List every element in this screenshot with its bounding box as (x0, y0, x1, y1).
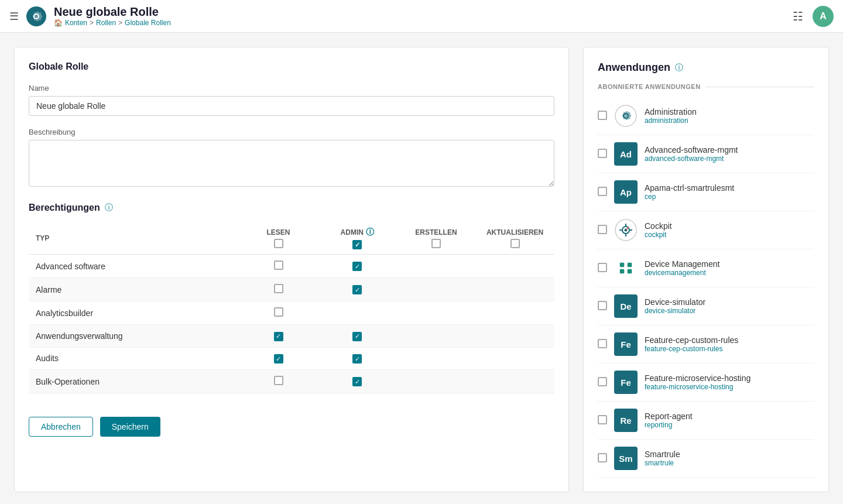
app-info-apama-ctrl-smartrulesmt: Apama-ctrl-smartrulesmtcep (645, 183, 814, 201)
permission-erstellen-cell (397, 301, 476, 325)
breadcrumb-konten[interactable]: Konten (65, 19, 87, 27)
anwendungen-help-icon[interactable]: ⓘ (675, 63, 683, 73)
app-slug-feature-cep-custom-rules: feature-cep-custom-rules (645, 345, 814, 353)
app-info-feature-cep-custom-rules: Feature-cep-custom-rulesfeature-cep-cust… (645, 335, 814, 353)
permission-lesen-checkbox[interactable] (274, 307, 283, 317)
app-checkbox-device-simulator[interactable] (598, 301, 607, 310)
name-label: Name (29, 84, 554, 92)
app-icon-advanced-software-mgmt: Ad (614, 142, 638, 166)
app-checkbox-device-management[interactable] (598, 263, 607, 272)
permission-lesen-cell (239, 278, 318, 301)
app-name-administration: Administration (645, 107, 814, 116)
svg-rect-9 (620, 263, 624, 267)
permission-lesen-checkbox[interactable] (274, 260, 283, 270)
permission-lesen-checkbox[interactable] (274, 284, 283, 293)
svg-rect-12 (628, 269, 632, 273)
description-textarea[interactable] (29, 140, 554, 187)
svg-rect-10 (628, 263, 632, 267)
app-checkbox-smartrule[interactable] (598, 453, 607, 462)
app-checkbox-advanced-software-mgmt[interactable] (598, 149, 607, 158)
permission-admin-checkbox[interactable] (352, 332, 362, 341)
app-icon-administration (614, 104, 638, 128)
app-icon-feature-microservice-hosting: Fe (614, 371, 638, 394)
save-button[interactable]: Speichern (100, 417, 160, 437)
list-item: Device Managementdevicemanagement (598, 249, 814, 287)
table-row: Analyticsbuilder (29, 301, 554, 325)
app-icon-smartrule: Sm (614, 447, 638, 470)
breadcrumb-globale-rollen[interactable]: Globale Rollen (125, 19, 171, 27)
app-name-device-management: Device Management (645, 259, 814, 269)
app-info-report-agent: Report-agentreporting (645, 412, 814, 429)
permission-admin-cell (318, 255, 397, 278)
col-header-erstellen: ERSTELLEN (397, 222, 476, 255)
app-checkbox-cockpit[interactable] (598, 225, 607, 234)
avatar[interactable]: A (813, 6, 834, 27)
permission-erstellen-cell (397, 278, 476, 301)
col-header-type: TYP (29, 222, 239, 255)
app-checkbox-apama-ctrl-smartrulesmt[interactable] (598, 187, 607, 196)
name-input[interactable] (29, 96, 554, 116)
description-label: Beschreibung (29, 128, 554, 136)
app-icon-device-simulator: De (614, 294, 638, 318)
table-row: Alarme (29, 278, 554, 301)
menu-icon[interactable]: ☰ (9, 10, 19, 23)
permission-name: Anwendungsverwaltung (29, 325, 239, 348)
app-checkbox-administration[interactable] (598, 111, 607, 120)
app-slug-device-simulator: device-simulator (645, 307, 814, 315)
header-left: ☰ Neue globale Rolle 🏠 Konten > Rollen >… (9, 5, 171, 27)
permissions-help-icon[interactable]: ⓘ (105, 203, 113, 213)
app-name-apama-ctrl-smartrulesmt: Apama-ctrl-smartrulesmt (645, 183, 814, 193)
breadcrumb: 🏠 Konten > Rollen > Globale Rollen (54, 19, 171, 27)
permissions-header: Berechtigungen ⓘ (29, 203, 554, 213)
table-row: Advanced software (29, 255, 554, 278)
svg-rect-11 (620, 269, 624, 273)
permissions-table: TYP LESEN ADMIN ⓘ (29, 222, 554, 393)
cancel-button[interactable]: Abbrechen (29, 417, 93, 437)
lesen-header-checkbox[interactable] (274, 239, 283, 248)
left-panel: Globale Rolle Name Beschreibung Berechti… (14, 47, 569, 492)
col-header-lesen: LESEN (239, 222, 318, 255)
subscribed-label: ABONNIERTE ANWENDUNGEN (598, 83, 814, 90)
erstellen-header-checkbox[interactable] (431, 239, 441, 248)
permission-admin-cell (318, 325, 397, 348)
permissions-section: Berechtigungen ⓘ TYP LESEN (29, 203, 554, 393)
app-checkbox-report-agent[interactable] (598, 415, 607, 424)
header-right: ☷ A (793, 6, 834, 27)
permission-admin-checkbox[interactable] (352, 262, 362, 271)
permission-admin-cell (318, 278, 397, 301)
name-form-group: Name (29, 84, 554, 116)
table-header-row: TYP LESEN ADMIN ⓘ (29, 222, 554, 255)
app-name-feature-microservice-hosting: Feature-microservice-hosting (645, 373, 814, 383)
permission-lesen-checkbox[interactable] (274, 354, 283, 364)
app-checkbox-feature-cep-custom-rules[interactable] (598, 339, 607, 348)
app-checkbox-feature-microservice-hosting[interactable] (598, 377, 607, 386)
permission-admin-checkbox[interactable] (352, 285, 362, 294)
app-name-device-simulator: Device-simulator (645, 297, 814, 307)
header: ☰ Neue globale Rolle 🏠 Konten > Rollen >… (0, 0, 843, 33)
permission-lesen-checkbox[interactable] (274, 376, 283, 385)
table-row: Audits (29, 347, 554, 370)
app-slug-report-agent: reporting (645, 421, 814, 429)
app-icon-device-management (614, 256, 638, 280)
permission-aktualisieren-cell (475, 255, 554, 278)
title-breadcrumb-group: Neue globale Rolle 🏠 Konten > Rollen > G… (54, 5, 171, 27)
aktualisieren-header-checkbox[interactable] (510, 239, 520, 248)
description-form-group: Beschreibung (29, 128, 554, 188)
admin-header-checkbox[interactable] (352, 240, 362, 249)
col-header-admin: ADMIN ⓘ (318, 222, 397, 255)
permission-lesen-checkbox[interactable] (274, 332, 283, 341)
app-icon-report-agent: Re (614, 409, 638, 432)
grid-icon[interactable]: ☷ (793, 9, 803, 23)
permission-lesen-cell (239, 347, 318, 370)
col-header-aktualisieren: AKTUALISIEREN (475, 222, 554, 255)
breadcrumb-rollen[interactable]: Rollen (96, 19, 116, 27)
permission-admin-checkbox[interactable] (352, 377, 362, 386)
permission-admin-checkbox[interactable] (352, 354, 362, 364)
permission-aktualisieren-cell (475, 325, 554, 348)
list-item: Administrationadministration (598, 97, 814, 135)
app-name-report-agent: Report-agent (645, 412, 814, 421)
app-slug-device-management: devicemanagement (645, 269, 814, 277)
admin-help-icon[interactable]: ⓘ (366, 227, 374, 238)
permission-name: Analyticsbuilder (29, 301, 239, 325)
table-row: Anwendungsverwaltung (29, 325, 554, 348)
